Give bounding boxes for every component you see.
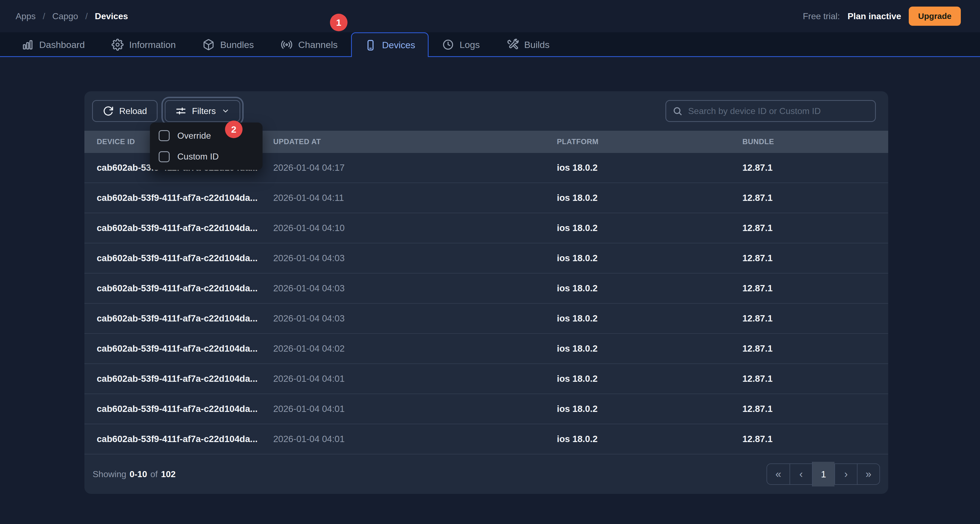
bundle-cell: 12.87.1 xyxy=(742,343,888,354)
gear-icon xyxy=(111,39,124,51)
next-page-button[interactable]: › xyxy=(834,464,857,484)
platform-cell: ios 18.0.2 xyxy=(557,283,742,293)
updated-at-cell: 2026-01-04 04:03 xyxy=(273,253,557,263)
device-table-row[interactable]: cab602ab-53f9-411f-af7a-c22d104da...2026… xyxy=(84,424,888,454)
custom-id-label: Custom ID xyxy=(177,151,219,162)
search-input[interactable] xyxy=(665,100,876,122)
bundle-cell: 12.87.1 xyxy=(742,374,888,384)
plan-area: Free trial: Plan inactive Upgrade xyxy=(803,6,961,26)
bundle-cell: 12.87.1 xyxy=(742,162,888,173)
device-id-cell: cab602ab-53f9-411f-af7a-c22d104da... xyxy=(97,404,273,414)
search-wrap xyxy=(665,100,876,122)
tools-icon xyxy=(507,39,519,51)
tab-label: Devices xyxy=(382,40,415,51)
reload-label: Reload xyxy=(119,106,147,116)
app-root: Apps / Capgo / Devices Free trial: Plan … xyxy=(0,0,980,524)
sliders-icon xyxy=(175,105,186,116)
override-label: Override xyxy=(177,131,211,141)
column-header-updated-at: UPDATED AT xyxy=(273,138,557,146)
updated-at-cell: 2026-01-04 04:01 xyxy=(273,374,557,384)
filter-option-custom-id[interactable]: Custom ID xyxy=(150,147,262,167)
tab-channels[interactable]: Channels xyxy=(267,32,351,56)
filter-option-override[interactable]: Override xyxy=(150,126,262,146)
device-table-row[interactable]: cab602ab-53f9-411f-af7a-c22d104da...2026… xyxy=(84,394,888,424)
topbar: Apps / Capgo / Devices Free trial: Plan … xyxy=(0,0,980,32)
device-table-row[interactable]: cab602ab-53f9-411f-af7a-c22d104da...2026… xyxy=(84,304,888,334)
device-table-row[interactable]: cab602ab-53f9-411f-af7a-c22d104da...2026… xyxy=(84,364,888,394)
tab-builds[interactable]: Builds xyxy=(493,32,563,56)
updated-at-cell: 2026-01-04 04:01 xyxy=(273,404,557,414)
device-id-cell: cab602ab-53f9-411f-af7a-c22d104da... xyxy=(97,374,273,384)
breadcrumb-apps[interactable]: Apps xyxy=(16,11,36,21)
showing-of-label: of xyxy=(150,469,158,479)
device-table-row[interactable]: cab602ab-53f9-411f-af7a-c22d104da...2026… xyxy=(84,244,888,274)
chevron-down-icon xyxy=(221,107,230,115)
pagination: « ‹ 1 › » xyxy=(767,463,880,485)
tab-dashboard[interactable]: Dashboard xyxy=(8,32,98,56)
prev-page-button[interactable]: ‹ xyxy=(789,464,812,484)
tab-strip: Dashboard Information Bundles Channels D… xyxy=(0,32,980,57)
tab-bundles[interactable]: Bundles xyxy=(189,32,267,56)
package-icon xyxy=(202,39,215,51)
platform-cell: ios 18.0.2 xyxy=(557,313,742,324)
custom-id-checkbox[interactable] xyxy=(159,151,170,162)
column-header-platform: PLATFORM xyxy=(557,138,742,146)
updated-at-cell: 2026-01-04 04:03 xyxy=(273,283,557,293)
reload-button[interactable]: Reload xyxy=(92,100,158,122)
device-id-cell: cab602ab-53f9-411f-af7a-c22d104da... xyxy=(97,313,273,324)
reload-icon xyxy=(103,105,114,116)
device-id-cell: cab602ab-53f9-411f-af7a-c22d104da... xyxy=(97,343,273,354)
platform-cell: ios 18.0.2 xyxy=(557,343,742,354)
bundle-cell: 12.87.1 xyxy=(742,404,888,414)
updated-at-cell: 2026-01-04 04:11 xyxy=(273,193,557,203)
page-1-button[interactable]: 1 xyxy=(812,462,834,486)
bundle-cell: 12.87.1 xyxy=(742,434,888,444)
tab-information[interactable]: Information xyxy=(98,32,189,56)
device-id-cell: cab602ab-53f9-411f-af7a-c22d104da... xyxy=(97,193,273,203)
breadcrumb-capgo[interactable]: Capgo xyxy=(52,11,78,21)
platform-cell: ios 18.0.2 xyxy=(557,223,742,233)
card-footer: Showing 0-10 of 102 « ‹ 1 › » xyxy=(84,454,888,494)
last-page-button[interactable]: » xyxy=(857,464,880,484)
first-page-button[interactable]: « xyxy=(767,464,789,484)
filters-button[interactable]: Filters xyxy=(165,100,240,122)
device-table-row[interactable]: cab602ab-53f9-411f-af7a-c22d104da...2026… xyxy=(84,334,888,364)
clock-icon xyxy=(442,39,454,51)
tab-label: Bundles xyxy=(220,40,254,50)
device-table-row[interactable]: cab602ab-53f9-411f-af7a-c22d104da...2026… xyxy=(84,183,888,213)
updated-at-cell: 2026-01-04 04:02 xyxy=(273,343,557,354)
updated-at-cell: 2026-01-04 04:10 xyxy=(273,223,557,233)
device-table-row[interactable]: cab602ab-53f9-411f-af7a-c22d104da...2026… xyxy=(84,274,888,304)
tab-devices[interactable]: Devices xyxy=(351,32,429,57)
filters-badge: 2 xyxy=(225,121,243,138)
updated-at-cell: 2026-01-04 04:03 xyxy=(273,313,557,324)
platform-cell: ios 18.0.2 xyxy=(557,253,742,263)
tab-label: Channels xyxy=(298,40,337,50)
breadcrumb-devices: Devices xyxy=(95,11,128,21)
updated-at-cell: 2026-01-04 04:01 xyxy=(273,434,557,444)
platform-cell: ios 18.0.2 xyxy=(557,374,742,384)
column-header-bundle: BUNDLE xyxy=(742,138,888,146)
tab-label: Builds xyxy=(524,40,550,50)
platform-cell: ios 18.0.2 xyxy=(557,193,742,203)
bundle-cell: 12.87.1 xyxy=(742,193,888,203)
device-id-cell: cab602ab-53f9-411f-af7a-c22d104da... xyxy=(97,253,273,263)
updated-at-cell: 2026-01-04 04:17 xyxy=(273,162,557,173)
bundle-cell: 12.87.1 xyxy=(742,253,888,263)
broadcast-icon xyxy=(281,39,293,51)
bundle-cell: 12.87.1 xyxy=(742,283,888,293)
platform-cell: ios 18.0.2 xyxy=(557,434,742,444)
showing-label: Showing xyxy=(92,469,126,479)
showing-summary: Showing 0-10 of 102 xyxy=(92,469,176,479)
tab-label: Logs xyxy=(460,40,480,50)
override-checkbox[interactable] xyxy=(159,130,170,141)
breadcrumb: Apps / Capgo / Devices xyxy=(16,11,128,21)
device-id-cell: cab602ab-53f9-411f-af7a-c22d104da... xyxy=(97,283,273,293)
tab-logs[interactable]: Logs xyxy=(429,32,493,56)
platform-cell: ios 18.0.2 xyxy=(557,404,742,414)
table-body: cab602ab-53f9-411f-af7a-c22d104da...2026… xyxy=(84,153,888,454)
device-table-row[interactable]: cab602ab-53f9-411f-af7a-c22d104da...2026… xyxy=(84,213,888,244)
upgrade-button[interactable]: Upgrade xyxy=(909,6,961,26)
search-icon xyxy=(673,106,682,116)
device-id-cell: cab602ab-53f9-411f-af7a-c22d104da... xyxy=(97,223,273,233)
